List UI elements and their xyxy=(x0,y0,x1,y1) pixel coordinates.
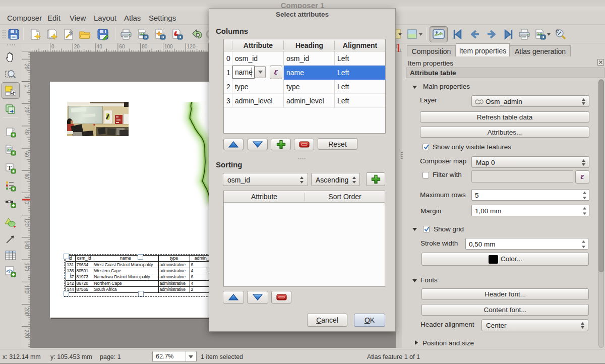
svg-text:40: 40 xyxy=(24,129,29,135)
svg-text:20: 20 xyxy=(74,44,80,49)
svg-text:80: 80 xyxy=(24,173,29,179)
svg-text:60: 60 xyxy=(119,44,125,49)
svg-text:60: 60 xyxy=(24,151,29,157)
svg-text:20: 20 xyxy=(24,107,29,113)
svg-text:100: 100 xyxy=(164,44,173,49)
svg-text:0: 0 xyxy=(51,44,54,49)
svg-text:40: 40 xyxy=(97,44,103,49)
svg-text:80: 80 xyxy=(142,44,148,49)
svg-text:120: 120 xyxy=(187,44,196,49)
